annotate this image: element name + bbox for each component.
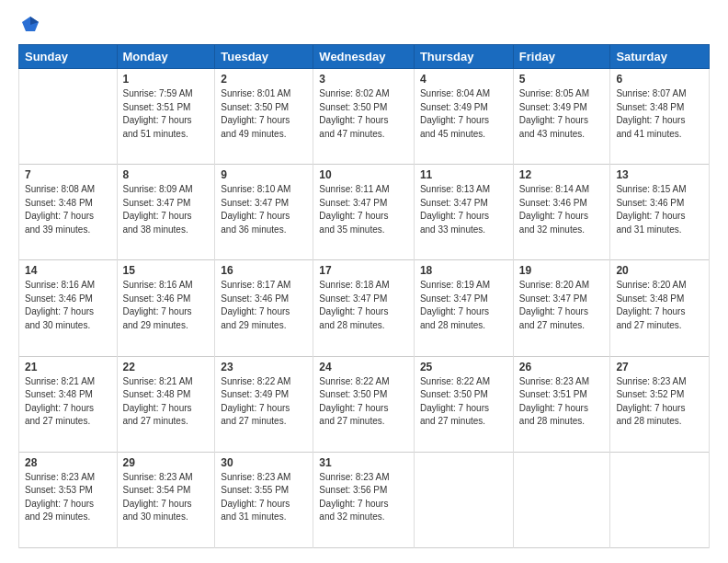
day-info: Sunrise: 8:23 AM Sunset: 3:54 PM Dayligh… [123,471,210,524]
day-info: Sunrise: 8:23 AM Sunset: 3:53 PM Dayligh… [25,471,111,524]
day-info: Sunrise: 8:05 AM Sunset: 3:49 PM Dayligh… [519,87,605,141]
day-info: Sunrise: 8:23 AM Sunset: 3:51 PM Dayligh… [519,375,605,429]
day-number: 24 [319,361,408,373]
day-number: 10 [319,168,408,181]
day-number: 26 [519,361,605,373]
calendar-cell: 21Sunrise: 8:21 AM Sunset: 3:48 PM Dayli… [19,356,118,452]
day-info: Sunrise: 8:23 AM Sunset: 3:56 PM Dayligh… [319,471,408,524]
day-info: Sunrise: 8:22 AM Sunset: 3:50 PM Dayligh… [420,375,507,429]
day-info: Sunrise: 8:16 AM Sunset: 3:46 PM Dayligh… [25,279,111,332]
day-number: 14 [25,264,111,277]
calendar-cell: 24Sunrise: 8:22 AM Sunset: 3:50 PM Dayli… [313,356,415,452]
day-number: 28 [25,456,111,469]
day-info: Sunrise: 8:19 AM Sunset: 3:47 PM Dayligh… [420,279,507,332]
day-number: 4 [420,73,507,86]
calendar-table: SundayMondayTuesdayWednesdayThursdayFrid… [18,44,710,548]
calendar-cell: 3Sunrise: 8:02 AM Sunset: 3:50 PM Daylig… [313,69,415,165]
calendar-cell: 15Sunrise: 8:16 AM Sunset: 3:46 PM Dayli… [117,260,215,356]
day-number: 20 [616,264,703,277]
calendar-week-5: 28Sunrise: 8:23 AM Sunset: 3:53 PM Dayli… [19,452,710,547]
day-number: 31 [319,456,408,469]
day-info: Sunrise: 8:20 AM Sunset: 3:47 PM Dayligh… [519,279,605,332]
day-info: Sunrise: 8:15 AM Sunset: 3:46 PM Dayligh… [616,183,703,236]
day-info: Sunrise: 8:08 AM Sunset: 3:48 PM Dayligh… [25,183,111,236]
calendar-cell: 20Sunrise: 8:20 AM Sunset: 3:48 PM Dayli… [610,260,710,356]
calendar-header: SundayMondayTuesdayWednesdayThursdayFrid… [19,45,710,69]
day-number: 23 [221,361,307,373]
calendar-cell: 12Sunrise: 8:14 AM Sunset: 3:46 PM Dayli… [513,165,610,260]
calendar-cell: 6Sunrise: 8:07 AM Sunset: 3:48 PM Daylig… [610,69,710,165]
day-number: 22 [123,361,210,373]
calendar-cell: 9Sunrise: 8:10 AM Sunset: 3:47 PM Daylig… [215,165,313,260]
day-number: 7 [25,168,111,181]
calendar-cell: 31Sunrise: 8:23 AM Sunset: 3:56 PM Dayli… [313,452,415,547]
day-info: Sunrise: 8:18 AM Sunset: 3:47 PM Dayligh… [319,279,408,332]
calendar-body: 1Sunrise: 7:59 AM Sunset: 3:51 PM Daylig… [19,69,710,548]
day-number: 21 [25,361,111,373]
day-info: Sunrise: 8:20 AM Sunset: 3:48 PM Dayligh… [616,279,703,332]
day-number: 30 [221,456,307,469]
day-info: Sunrise: 8:13 AM Sunset: 3:47 PM Dayligh… [420,183,507,236]
day-number: 1 [123,73,210,86]
day-number: 16 [221,264,307,277]
day-info: Sunrise: 8:23 AM Sunset: 3:52 PM Dayligh… [616,375,703,429]
day-info: Sunrise: 8:14 AM Sunset: 3:46 PM Dayligh… [519,183,605,236]
calendar-cell [610,452,710,547]
calendar-cell: 19Sunrise: 8:20 AM Sunset: 3:47 PM Dayli… [513,260,610,356]
calendar-cell: 7Sunrise: 8:08 AM Sunset: 3:48 PM Daylig… [19,165,118,260]
day-number: 19 [519,264,605,277]
day-info: Sunrise: 8:16 AM Sunset: 3:46 PM Dayligh… [123,279,210,332]
calendar-cell: 8Sunrise: 8:09 AM Sunset: 3:47 PM Daylig… [117,165,215,260]
calendar-cell: 14Sunrise: 8:16 AM Sunset: 3:46 PM Dayli… [19,260,118,356]
header-day-friday: Friday [513,45,610,69]
logo-flag-icon [20,15,40,35]
calendar-cell: 11Sunrise: 8:13 AM Sunset: 3:47 PM Dayli… [414,165,513,260]
day-info: Sunrise: 8:11 AM Sunset: 3:47 PM Dayligh… [319,183,408,236]
day-number: 3 [319,73,408,86]
day-info: Sunrise: 8:09 AM Sunset: 3:47 PM Dayligh… [123,183,210,236]
calendar-cell: 1Sunrise: 7:59 AM Sunset: 3:51 PM Daylig… [117,69,215,165]
calendar-cell: 26Sunrise: 8:23 AM Sunset: 3:51 PM Dayli… [513,356,610,452]
day-info: Sunrise: 8:10 AM Sunset: 3:47 PM Dayligh… [221,183,307,236]
calendar-cell: 16Sunrise: 8:17 AM Sunset: 3:46 PM Dayli… [215,260,313,356]
day-number: 12 [519,168,605,181]
calendar-week-3: 14Sunrise: 8:16 AM Sunset: 3:46 PM Dayli… [19,260,710,356]
calendar-cell: 17Sunrise: 8:18 AM Sunset: 3:47 PM Dayli… [313,260,415,356]
calendar-week-2: 7Sunrise: 8:08 AM Sunset: 3:48 PM Daylig… [19,165,710,260]
header-day-monday: Monday [117,45,215,69]
calendar-cell: 23Sunrise: 8:22 AM Sunset: 3:49 PM Dayli… [215,356,313,452]
day-number: 15 [123,264,210,277]
day-info: Sunrise: 8:02 AM Sunset: 3:50 PM Dayligh… [319,87,408,141]
calendar-cell: 22Sunrise: 8:21 AM Sunset: 3:48 PM Dayli… [117,356,215,452]
header-day-sunday: Sunday [19,45,118,69]
day-number: 6 [616,73,703,86]
header-row: SundayMondayTuesdayWednesdayThursdayFrid… [19,45,710,69]
header-day-wednesday: Wednesday [313,45,415,69]
day-info: Sunrise: 8:23 AM Sunset: 3:55 PM Dayligh… [221,471,307,524]
day-number: 17 [319,264,408,277]
calendar-cell: 18Sunrise: 8:19 AM Sunset: 3:47 PM Dayli… [414,260,513,356]
calendar-cell [414,452,513,547]
day-number: 9 [221,168,307,181]
logo [18,15,40,35]
header-day-thursday: Thursday [414,45,513,69]
calendar-cell: 2Sunrise: 8:01 AM Sunset: 3:50 PM Daylig… [215,69,313,165]
calendar-cell: 5Sunrise: 8:05 AM Sunset: 3:49 PM Daylig… [513,69,610,165]
calendar-cell [513,452,610,547]
header [18,15,710,35]
day-number: 11 [420,168,507,181]
calendar-cell: 4Sunrise: 8:04 AM Sunset: 3:49 PM Daylig… [414,69,513,165]
calendar-week-1: 1Sunrise: 7:59 AM Sunset: 3:51 PM Daylig… [19,69,710,165]
day-number: 18 [420,264,507,277]
day-number: 13 [616,168,703,181]
calendar-cell: 27Sunrise: 8:23 AM Sunset: 3:52 PM Dayli… [610,356,710,452]
header-day-saturday: Saturday [610,45,710,69]
calendar-cell: 25Sunrise: 8:22 AM Sunset: 3:50 PM Dayli… [414,356,513,452]
calendar-cell: 30Sunrise: 8:23 AM Sunset: 3:55 PM Dayli… [215,452,313,547]
calendar-cell: 13Sunrise: 8:15 AM Sunset: 3:46 PM Dayli… [610,165,710,260]
calendar-cell: 28Sunrise: 8:23 AM Sunset: 3:53 PM Dayli… [19,452,118,547]
day-number: 25 [420,361,507,373]
day-number: 8 [123,168,210,181]
day-info: Sunrise: 8:21 AM Sunset: 3:48 PM Dayligh… [25,375,111,429]
calendar-cell: 29Sunrise: 8:23 AM Sunset: 3:54 PM Dayli… [117,452,215,547]
